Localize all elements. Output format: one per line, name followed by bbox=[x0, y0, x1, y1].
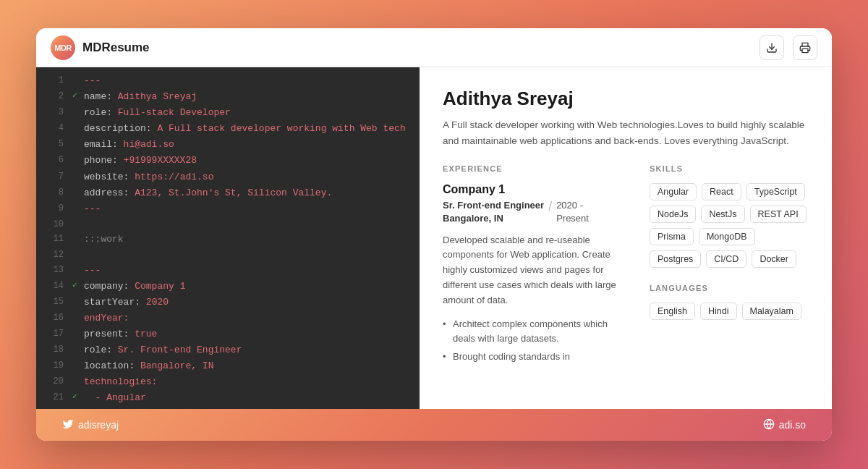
skill-badge: TypeScript bbox=[746, 183, 805, 200]
code-panel[interactable]: 1---2✓name: Adithya Sreyaj3role: Full-st… bbox=[36, 67, 420, 409]
code-line: 9--- bbox=[36, 201, 420, 217]
code-line: 12 bbox=[36, 248, 420, 262]
line-number: 3 bbox=[43, 105, 64, 119]
bullet-item: Architect complex components which deals… bbox=[443, 317, 626, 347]
language-badge: English bbox=[650, 303, 695, 320]
code-line: 1--- bbox=[36, 73, 420, 89]
line-content: description: A Full stack developer work… bbox=[84, 121, 406, 137]
download-button[interactable] bbox=[760, 35, 784, 60]
svg-rect-1 bbox=[802, 48, 808, 52]
line-content: name: Adithya Sreyaj bbox=[84, 89, 197, 105]
line-number: 6 bbox=[43, 153, 64, 167]
line-number: 7 bbox=[43, 169, 64, 184]
code-line: 2✓name: Adithya Sreyaj bbox=[36, 89, 420, 105]
header-logo: MDR MDResume bbox=[51, 35, 150, 60]
job-end: Present bbox=[556, 212, 589, 225]
code-line: 16endYear: bbox=[36, 310, 420, 326]
code-line: 11:::work bbox=[36, 232, 420, 248]
line-content: role: Full-stack Developer bbox=[84, 105, 231, 121]
app-title: MDResume bbox=[82, 41, 150, 55]
line-content: startYear: 2020 bbox=[84, 295, 169, 310]
website-url: adi.so bbox=[779, 419, 806, 431]
line-content: website: https://adi.so bbox=[84, 169, 213, 185]
job-description: Developed scalable and re-useable compon… bbox=[443, 233, 626, 308]
bullet-item: Brought coding standards in bbox=[443, 350, 626, 365]
line-content: --- bbox=[84, 263, 101, 279]
line-indicator: ✓ bbox=[72, 390, 81, 404]
line-number: 16 bbox=[43, 310, 64, 325]
line-number: 11 bbox=[43, 232, 64, 246]
job-location: Bangalore, IN bbox=[443, 212, 544, 225]
logo-circle: MDR bbox=[51, 35, 75, 60]
experience-label: EXPERIENCE bbox=[443, 164, 626, 173]
skill-badge: MongoDB bbox=[699, 228, 755, 245]
resume-skills-section: SKILLS AngularReactTypeScriptNodeJsNestJ… bbox=[650, 164, 809, 368]
resume-panel: Adithya Sreyaj A Full stack developer wo… bbox=[420, 67, 832, 409]
code-line: 21✓ - Angular bbox=[36, 390, 420, 406]
code-line: 20technologies: bbox=[36, 374, 420, 390]
code-line: 19location: Bangalore, IN bbox=[36, 358, 420, 374]
line-number: 5 bbox=[43, 137, 64, 151]
skill-badge: Angular bbox=[650, 183, 697, 200]
job-start: 2020 - bbox=[556, 199, 589, 212]
line-number: 1 bbox=[43, 73, 64, 88]
line-content: technologies: bbox=[84, 374, 157, 390]
line-number: 19 bbox=[43, 358, 64, 373]
line-content: phone: +91999XXXXX28 bbox=[84, 153, 197, 169]
logo-text: MDR bbox=[54, 43, 72, 52]
line-number: 14 bbox=[43, 279, 64, 293]
skill-badge: React bbox=[702, 183, 741, 200]
code-line: 7website: https://adi.so bbox=[36, 169, 420, 185]
line-content: address: A123, St.John's St, Silicon Val… bbox=[84, 185, 332, 201]
job-divider: / bbox=[548, 200, 552, 213]
code-line: 4description: A Full stack developer wor… bbox=[36, 121, 420, 137]
line-number: 13 bbox=[43, 263, 64, 277]
code-line: 18role: Sr. Front-end Engineer bbox=[36, 342, 420, 358]
language-badge: Malayalam bbox=[742, 303, 801, 320]
main-content: 1---2✓name: Adithya Sreyaj3role: Full-st… bbox=[36, 67, 832, 409]
line-content: present: true bbox=[84, 326, 157, 342]
language-badge: Hindi bbox=[700, 303, 737, 320]
skill-badge: NodeJs bbox=[650, 206, 696, 223]
header-actions bbox=[760, 35, 817, 60]
code-line: 8address: A123, St.John's St, Silicon Va… bbox=[36, 185, 420, 201]
code-line: 15startYear: 2020 bbox=[36, 295, 420, 310]
skill-badge: REST API bbox=[750, 206, 807, 223]
code-line: 5email: hi@adi.so bbox=[36, 137, 420, 153]
line-number: 20 bbox=[43, 374, 64, 389]
languages-label: LANGUAGES bbox=[650, 284, 809, 292]
line-content: role: Sr. Front-end Engineer bbox=[84, 342, 242, 358]
code-line: 3role: Full-stack Developer bbox=[36, 105, 420, 121]
line-content: location: Bangalore, IN bbox=[84, 358, 213, 374]
print-button[interactable] bbox=[793, 35, 817, 60]
footer: adisreyaj adi.so bbox=[36, 409, 832, 441]
resume-columns: EXPERIENCE Company 1 Sr. Front-end Engin… bbox=[443, 164, 809, 368]
line-number: 17 bbox=[43, 326, 64, 341]
job-role: Sr. Front-end Engineer bbox=[443, 199, 544, 212]
skill-badge: Prisma bbox=[650, 228, 694, 245]
job-bullets: Architect complex components which deals… bbox=[443, 317, 626, 365]
twitter-handle: adisreyaj bbox=[78, 419, 119, 431]
resume-bio: A Full stack developer working with Web … bbox=[443, 117, 809, 148]
line-content: company: Company 1 bbox=[84, 279, 185, 295]
code-line: 6phone: +91999XXXXX28 bbox=[36, 153, 420, 169]
line-content: endYear: bbox=[84, 310, 129, 326]
line-number: 4 bbox=[43, 121, 64, 135]
resume-experience-section: EXPERIENCE Company 1 Sr. Front-end Engin… bbox=[443, 164, 626, 368]
footer-website: adi.so bbox=[763, 418, 806, 432]
code-line: 14✓company: Company 1 bbox=[36, 279, 420, 295]
skill-badge: Docker bbox=[752, 250, 796, 268]
languages-grid: EnglishHindiMalayalam bbox=[650, 303, 809, 320]
skills-label: SKILLS bbox=[650, 164, 809, 173]
skills-grid: AngularReactTypeScriptNodeJsNestJsREST A… bbox=[650, 183, 809, 268]
line-number: 10 bbox=[43, 217, 64, 232]
line-number: 9 bbox=[43, 201, 64, 216]
resume-name: Adithya Sreyaj bbox=[443, 88, 809, 110]
footer-twitter: adisreyaj bbox=[62, 418, 119, 432]
line-content: :::work bbox=[84, 232, 124, 248]
skill-badge: Postgres bbox=[650, 250, 701, 268]
company-name: Company 1 bbox=[443, 183, 626, 196]
code-line: 10 bbox=[36, 217, 420, 232]
line-content: email: hi@adi.so bbox=[84, 137, 174, 153]
globe-icon bbox=[763, 418, 775, 432]
